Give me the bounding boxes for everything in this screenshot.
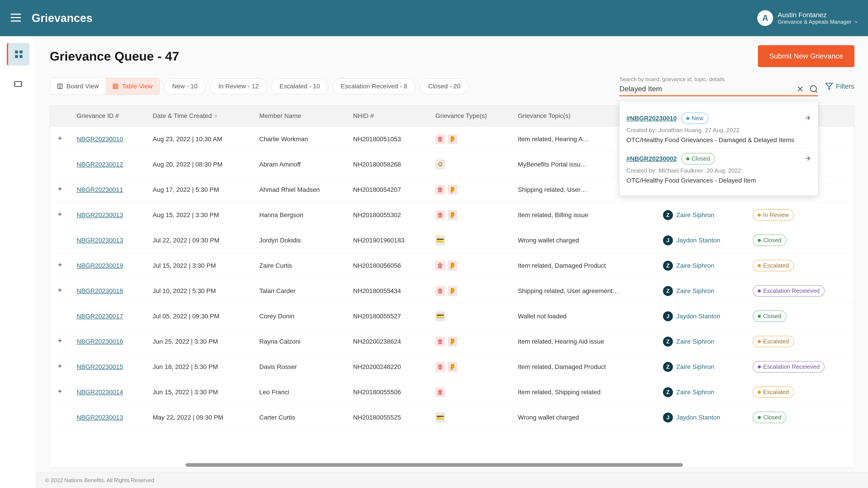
table-row[interactable]: NBGR20230013 May 22, 2022 | 09:30 PM Car… — [50, 405, 854, 430]
pill-closed[interactable]: Closed - 20 — [420, 78, 469, 94]
filters-button[interactable]: Filters — [825, 82, 855, 90]
type-icon-otc: 🗑 — [435, 210, 445, 220]
column-header[interactable]: Date & Time Created — [146, 105, 252, 127]
type-icon-gear: ⚙ — [435, 160, 445, 169]
search-result-item[interactable]: #NBGR20230002 Closed Created by: Michael… — [626, 149, 811, 189]
grievance-id-link[interactable]: NBGR20230011 — [76, 186, 123, 193]
horizontal-scrollbar[interactable] — [186, 463, 683, 467]
cell-date: Jul 15, 2022 | 3:30 PM — [146, 253, 252, 278]
pill-escalation-received[interactable]: Escalation Received - 8 — [333, 78, 415, 94]
cell-nhid: NH20200238624 — [346, 329, 429, 354]
grievance-id-link[interactable]: NBGR20230013 — [76, 212, 123, 219]
cell-member: Corey Donin — [252, 304, 346, 329]
grievance-id-link[interactable]: NBGR20230015 — [76, 363, 123, 370]
expand-toggle[interactable] — [50, 202, 70, 228]
table-row[interactable]: NBGR20230017 Jul 05, 2022 | 09:30 PM Cor… — [50, 304, 854, 329]
cell-assignee[interactable]: JJaydon Stanton — [656, 228, 746, 253]
expand-toggle[interactable] — [50, 380, 70, 405]
cell-nhid: NH201901960183 — [346, 228, 429, 253]
grievance-id-link[interactable]: NBGR20230016 — [76, 338, 123, 345]
column-header[interactable]: NHID # — [346, 105, 429, 127]
cell-assignee[interactable]: ZZaire Siphron — [656, 329, 746, 354]
result-desc: OTC/Healthy Food Grievances - Damaged & … — [626, 136, 811, 144]
expand-toggle[interactable] — [50, 304, 70, 329]
cell-topics: Item related, Hearing Aid issue — [511, 329, 656, 354]
cell-date: Aug 20, 2022 | 08:30 PM — [146, 152, 252, 177]
cell-nhid: NH20180055525 — [346, 405, 429, 430]
column-header[interactable]: Grievance Type(s) — [429, 105, 511, 127]
type-icon-otc: 🗑 — [435, 185, 445, 195]
cell-member: Leo Franci — [252, 380, 346, 405]
expand-toggle[interactable] — [50, 405, 70, 430]
expand-toggle[interactable] — [50, 177, 70, 202]
grievance-id-link[interactable]: NBGR20230013 — [76, 414, 123, 421]
search-box: Search by board, grievance id, topic, de… — [619, 76, 818, 96]
cell-assignee[interactable]: ZZaire Siphron — [656, 380, 746, 405]
view-toggle: Board View Table View — [50, 78, 160, 95]
column-header[interactable]: Member Name — [252, 105, 346, 127]
expand-toggle[interactable] — [50, 152, 70, 177]
hamburger-menu-icon[interactable] — [9, 11, 23, 25]
cell-member: Hanna Bergson — [252, 202, 346, 228]
result-meta: Created by: Jonathan Huang 27 Aug, 2022 — [626, 127, 811, 134]
type-icon-otc: 🗑 — [435, 362, 445, 372]
user-menu[interactable]: A Austin Fontanez Grievance & Appeals Ma… — [757, 10, 859, 26]
grievance-id-link[interactable]: NBGR20230019 — [76, 262, 123, 269]
table-row[interactable]: NBGR20230015 Jun 18, 2022 | 5:30 PM Davi… — [50, 354, 854, 380]
cell-types: 🗑👂 — [429, 202, 511, 228]
expand-toggle[interactable] — [50, 228, 70, 253]
table-row[interactable]: NBGR20230013 Jul 22, 2022 | 09:30 PM Jor… — [50, 228, 854, 253]
cell-assignee[interactable]: JJaydon Stanton — [656, 405, 746, 430]
search-result-item[interactable]: #NBGR20230010 New Created by: Jonathan H… — [626, 108, 811, 149]
cell-assignee[interactable]: JJaydon Stanton — [656, 304, 746, 329]
expand-toggle[interactable] — [50, 354, 70, 380]
pill-escalated[interactable]: Escalated - 10 — [272, 78, 328, 94]
cell-types: 🗑👂 — [429, 127, 511, 152]
grievance-id-link[interactable]: NBGR20230017 — [76, 313, 123, 320]
type-icon-wallet: 💳 — [435, 413, 445, 422]
table-row[interactable]: NBGR20230013 Aug 15, 2022 | 3:30 PM Hann… — [50, 202, 854, 228]
grievance-id-link[interactable]: NBGR20230014 — [76, 389, 123, 396]
expand-toggle[interactable] — [50, 329, 70, 354]
table-row[interactable]: NBGR20230018 Jul 10, 2022 | 5:30 PM Tala… — [50, 278, 854, 304]
table-row[interactable]: NBGR20230014 Jun 15, 2022 | 3:30 PM Leo … — [50, 380, 854, 405]
cell-member: Carter Curtis — [252, 405, 346, 430]
search-input[interactable] — [619, 83, 796, 95]
grievance-id-link[interactable]: NBGR20230012 — [76, 161, 123, 168]
ticket-icon — [13, 78, 23, 89]
grievance-id-link[interactable]: NBGR20230018 — [76, 287, 123, 294]
board-view-button[interactable]: Board View — [50, 78, 105, 94]
result-id-link[interactable]: #NBGR20230002 — [626, 155, 677, 162]
arrow-right-icon — [804, 155, 811, 163]
cell-assignee[interactable]: ZZaire Siphron — [656, 354, 746, 380]
column-header[interactable]: Grievance ID # — [70, 105, 146, 127]
table-view-button[interactable]: Table View — [105, 78, 159, 94]
type-icon-hear: 👂 — [447, 286, 458, 296]
result-id-link[interactable]: #NBGR20230010 — [626, 115, 677, 122]
cell-assignee[interactable]: ZZaire Siphron — [656, 202, 746, 228]
pill-new[interactable]: New - 10 — [164, 78, 206, 94]
table-row[interactable]: NBGR20230016 Jun 25, 2022 | 3:30 PM Rayn… — [50, 329, 854, 354]
grievance-id-link[interactable]: NBGR20230013 — [76, 237, 123, 244]
pill-in-review[interactable]: In Review - 12 — [210, 78, 267, 94]
expand-toggle[interactable] — [50, 278, 70, 304]
svg-point-17 — [810, 86, 816, 92]
cell-date: Aug 15, 2022 | 3:30 PM — [146, 202, 252, 228]
svg-rect-6 — [20, 55, 22, 58]
sidebar-item-tickets[interactable] — [7, 72, 29, 95]
grievance-id-link[interactable]: NBGR20230010 — [76, 135, 123, 142]
cell-member: Jordyn Dokidis — [252, 228, 346, 253]
cell-assignee[interactable]: ZZaire Siphron — [656, 253, 746, 278]
cell-types: 🗑👂 — [429, 177, 511, 202]
type-icon-hear: 👂 — [447, 261, 458, 271]
table-row[interactable]: NBGR20230019 Jul 15, 2022 | 3:30 PM Zair… — [50, 253, 854, 278]
expand-toggle[interactable] — [50, 127, 70, 152]
cell-assignee[interactable]: ZZaire Siphron — [656, 278, 746, 304]
status-badge: New — [681, 112, 708, 124]
submit-grievance-button[interactable]: Submit New Grievance — [758, 45, 855, 67]
cell-types: 🗑👂 — [429, 253, 511, 278]
clear-icon[interactable] — [796, 85, 805, 94]
search-icon[interactable] — [809, 85, 818, 94]
sidebar-item-dashboard[interactable] — [7, 43, 29, 66]
expand-toggle[interactable] — [50, 253, 70, 278]
